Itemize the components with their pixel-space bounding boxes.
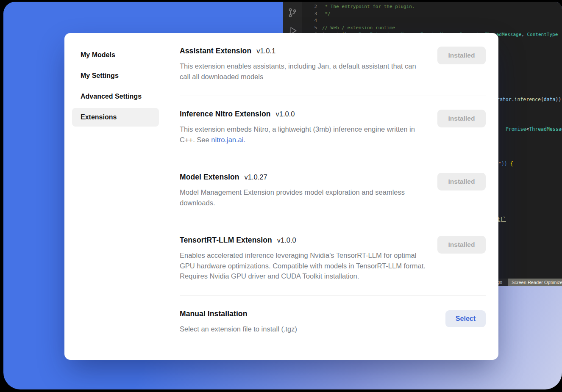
installed-button[interactable]: Installed — [437, 110, 486, 127]
extension-info: Manual InstallationSelect an extension f… — [180, 309, 445, 334]
installed-button[interactable]: Installed — [437, 236, 486, 254]
extension-title: TensortRT-LLM Extensionv1.0.0 — [180, 236, 437, 245]
extension-info: Inference Nitro Extensionv1.0.0This exte… — [180, 110, 437, 145]
extension-row: Manual InstallationSelect an extension f… — [180, 296, 486, 348]
line-code: * The entrypoint for the plugin. — [317, 3, 415, 11]
extension-description: This extension embeds Nitro, a lightweig… — [180, 124, 428, 145]
line-number: 5 — [302, 25, 317, 32]
extension-row: Assistant Extensionv1.0.1This extension … — [180, 33, 486, 96]
extension-title: Inference Nitro Extensionv1.0.0 — [180, 110, 437, 119]
code-token: ContentType — [527, 32, 558, 37]
installed-button[interactable]: Installed — [437, 173, 486, 190]
extension-row: Model Extensionv1.0.27Model Management E… — [180, 159, 486, 222]
extension-info: Assistant Extensionv1.0.1This extension … — [180, 47, 437, 82]
code-token: )); — [556, 97, 562, 102]
code-fragment: t}` — [497, 216, 506, 222]
code-token: , — [521, 32, 527, 37]
settings-modal: My ModelsMy SettingsAdvanced SettingsExt… — [64, 33, 498, 360]
extension-info: TensortRT-LLM Extensionv1.0.0Enables acc… — [180, 236, 437, 282]
extension-name: Assistant Extension — [180, 47, 251, 55]
code-token: Promise — [506, 126, 526, 132]
code-fragment: ")) { — [498, 161, 513, 167]
description-link[interactable]: nitro.jan.ai. — [211, 136, 245, 144]
extension-row: TensortRT-LLM Extensionv1.0.0Enables acc… — [180, 222, 486, 296]
extension-name: Manual Installation — [180, 309, 247, 318]
code-token: data — [544, 97, 556, 102]
extension-description: Enables accelerated inference leveraging… — [180, 250, 428, 282]
code-fragment: rator.inference(data)); — [497, 97, 562, 102]
extension-title: Manual Installation — [180, 309, 445, 318]
extension-name: Inference Nitro Extension — [180, 110, 271, 119]
line-number: 3 — [302, 11, 317, 18]
extension-title: Model Extensionv1.0.27 — [180, 173, 437, 182]
line-code: */ — [317, 11, 331, 18]
sidebar-item-my-settings[interactable]: My Settings — [72, 66, 159, 85]
installed-button[interactable]: Installed — [437, 47, 486, 64]
code-token: // Web / extension runtime — [322, 25, 395, 30]
select-button[interactable]: Select — [445, 310, 486, 327]
line-number: 4 — [302, 17, 317, 25]
code-token: . — [512, 97, 515, 102]
line-code — [317, 17, 322, 25]
code-token: * The entrypoint for the plugin. — [322, 4, 415, 9]
sidebar-item-extensions[interactable]: Extensions — [72, 108, 159, 127]
code-token: inference — [515, 97, 541, 102]
code-line: 3 */ — [302, 11, 562, 18]
code-line: 5// Web / extension runtime — [302, 25, 562, 32]
screen-reader-badge[interactable]: Screen Reader Optimized — [508, 279, 562, 286]
code-token: rator — [497, 97, 512, 102]
extension-title: Assistant Extensionv1.0.1 — [180, 47, 437, 55]
extension-version: v1.0.0 — [276, 110, 295, 118]
code-line: 2 * The entrypoint for the plugin. — [302, 3, 562, 11]
extension-name: Model Extension — [180, 173, 239, 182]
code-token: */ — [322, 11, 331, 17]
code-token: { — [510, 161, 513, 167]
line-number: 2 — [302, 3, 317, 11]
extension-description: Model Management Extension provides mode… — [180, 187, 428, 208]
desktop-frame: 2 * The entrypoint for the plugin.3 */45… — [3, 2, 562, 389]
extension-version: v1.0.27 — [245, 173, 267, 181]
extension-info: Model Extensionv1.0.27Model Management E… — [180, 173, 437, 208]
source-control-icon[interactable] — [287, 7, 298, 18]
code-token: )) — [501, 161, 507, 167]
extension-row: Inference Nitro Extensionv1.0.0This exte… — [180, 96, 486, 159]
line-code: // Web / extension runtime — [317, 25, 395, 32]
code-token: " — [498, 161, 501, 167]
extension-version: v1.0.1 — [256, 47, 275, 55]
extension-description: This extension enables assistants, inclu… — [180, 61, 428, 82]
code-token — [507, 161, 510, 167]
extension-version: v1.0.0 — [277, 236, 296, 244]
extensions-list: Assistant Extensionv1.0.1This extension … — [165, 33, 498, 360]
extension-description: Select an extension file to install (.tg… — [180, 324, 428, 334]
sidebar-item-my-models[interactable]: My Models — [72, 46, 159, 64]
code-token: t}` — [497, 216, 506, 222]
code-token: ThreadMessage — [529, 126, 562, 132]
extension-name: TensortRT-LLM Extension — [180, 236, 272, 245]
code-line: 4 — [302, 17, 562, 25]
settings-sidebar: My ModelsMy SettingsAdvanced SettingsExt… — [64, 33, 165, 360]
sidebar-item-advanced-settings[interactable]: Advanced Settings — [72, 87, 159, 106]
code-token: ( — [541, 97, 544, 102]
code-fragment: Promise<ThreadMessage> — [506, 126, 562, 132]
